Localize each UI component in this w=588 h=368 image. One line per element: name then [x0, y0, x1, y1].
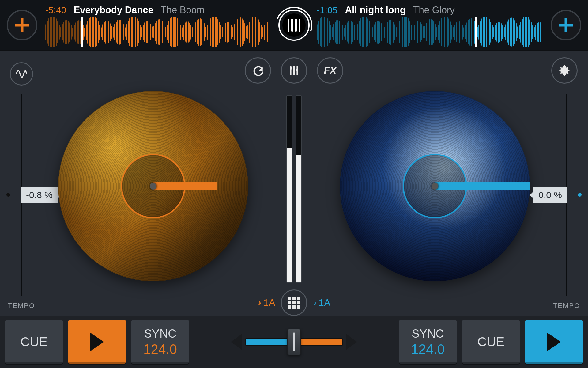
top-waveform-bar: -5:40 Everybody Dance The Boom -1:05 All… [0, 0, 588, 51]
crossfader[interactable] [194, 334, 394, 350]
gear-icon [558, 64, 571, 77]
deck-b-tempo-slider[interactable]: 0.0 % [566, 94, 567, 296]
library-button[interactable] [276, 7, 312, 44]
wave-icon [16, 68, 27, 79]
deck-b-time-remaining: -1:05 [317, 5, 338, 15]
mixer-sliders-icon [288, 64, 300, 77]
deck-a-track-title: Everybody Dance [74, 5, 153, 16]
deck-a-platter[interactable] [58, 91, 248, 281]
deck-a-header: -5:40 Everybody Dance The Boom [45, 0, 271, 50]
deck-a-wave-button[interactable] [10, 62, 33, 86]
deck-a-play-button[interactable] [68, 320, 126, 364]
deck-a-tempo-slider[interactable]: -0.8 % [21, 94, 22, 296]
tempo-center-tick [578, 193, 582, 197]
deck-b-tempo-label: TEMPO [553, 302, 580, 313]
deck-b-platter[interactable] [340, 91, 530, 281]
deck-a-time-remaining: -5:40 [45, 5, 66, 15]
play-icon [90, 333, 104, 351]
deck-a-tempo-column: -0.8 % TEMPO [0, 56, 43, 316]
deck-a-position-marker [153, 182, 217, 190]
deck-a-sync-button[interactable]: SYNC 124.0 [131, 320, 189, 364]
settings-button[interactable] [551, 57, 578, 84]
deck-a-tempo-label: TEMPO [8, 302, 35, 313]
deck-b-add-track-button[interactable] [551, 10, 581, 40]
arrow-left-icon [231, 334, 242, 350]
transport-bar: CUE SYNC 124.0 SYNC 124.0 CUE [0, 316, 588, 368]
deck-b-header: -1:05 All night long The Glory [317, 0, 543, 50]
svg-rect-4 [293, 72, 295, 74]
mixer-button[interactable] [281, 57, 307, 84]
channel-level-meter [286, 92, 302, 283]
svg-rect-3 [290, 67, 292, 70]
deck-a-waveform[interactable] [45, 17, 271, 47]
deck-b-waveform[interactable] [317, 17, 543, 47]
loop-button[interactable] [245, 57, 271, 84]
deck-b-tempo-column: 0.0 % TEMPO [545, 56, 588, 316]
arrow-right-icon [346, 334, 357, 350]
crossfader-knob[interactable] [287, 329, 301, 355]
deck-b-play-button[interactable] [525, 320, 583, 364]
svg-rect-5 [296, 69, 298, 71]
crossfader-track[interactable] [245, 338, 343, 346]
deck-area: -0.8 % TEMPO ♪1A [0, 51, 588, 316]
deck-b-bpm: 124.0 [411, 342, 445, 357]
play-icon [547, 333, 561, 351]
deck-b-tempo-readout: 0.0 % [533, 187, 567, 203]
sampler-grid-icon [288, 297, 300, 309]
deck-a-key-label: ♪1A [258, 297, 275, 309]
deck-a-track-artist: The Boom [161, 5, 205, 16]
sampler-button[interactable] [281, 289, 307, 316]
library-bars-icon [282, 13, 306, 37]
deck-b-track-artist: The Glory [413, 5, 455, 16]
deck-a-cue-button[interactable]: CUE [5, 320, 63, 364]
tempo-center-tick [6, 193, 10, 197]
plus-icon [559, 18, 573, 32]
loop-icon [251, 64, 264, 77]
center-controls: ♪1A ♪1A [263, 56, 325, 316]
deck-a-add-track-button[interactable] [7, 10, 37, 40]
deck-a-bpm: 124.0 [143, 342, 177, 357]
deck-b-track-title: All night long [345, 5, 406, 16]
deck-b-sync-button[interactable]: SYNC 124.0 [399, 320, 457, 364]
fx-icon: FX [324, 65, 337, 76]
deck-b-position-marker [435, 182, 530, 190]
plus-icon [15, 18, 29, 32]
deck-b-cue-button[interactable]: CUE [462, 320, 520, 364]
fx-button[interactable]: FX [317, 57, 343, 84]
